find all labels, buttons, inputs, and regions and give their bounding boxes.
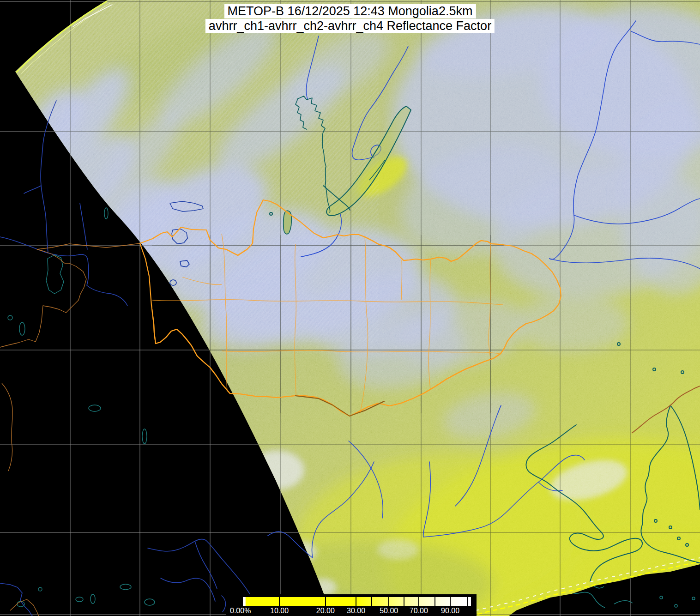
colorbar-labels: 0.00%10.0020.0030.0050.0070.0090.00 xyxy=(243,606,471,616)
colorbar-tick xyxy=(388,597,389,606)
colorbar-tick-label: 70.00 xyxy=(410,606,428,615)
colorbar-tick-label: 20.00 xyxy=(316,606,335,615)
sensor-noise xyxy=(0,0,700,616)
colorbar-tick-label: 10.00 xyxy=(270,606,289,615)
colorbar-gradient-bar xyxy=(243,597,471,606)
colorbar-tick-label: 0.00% xyxy=(230,606,251,615)
satellite-map-canvas xyxy=(0,0,700,616)
title-line-2: avhrr_ch1-avhrr_ch2-avhrr_ch4 Reflectanc… xyxy=(205,19,495,33)
colorbar-tick-label: 50.00 xyxy=(380,606,398,615)
colorbar-tick xyxy=(279,597,280,606)
lakes-dark-area xyxy=(8,208,155,607)
colorbar-end-cap xyxy=(468,597,471,606)
colorbar-tick xyxy=(404,597,404,606)
colorbar-tick-label: 30.00 xyxy=(347,606,365,615)
colorbar-tick xyxy=(450,597,451,606)
image-title: METOP-B 16/12/2025 12:43 Mongolia2.5km a… xyxy=(205,4,495,33)
satellite-image-viewer: METOP-B 16/12/2025 12:43 Mongolia2.5km a… xyxy=(0,0,700,616)
colorbar: 0.00%10.0020.0030.0050.0070.0090.00 xyxy=(226,594,477,616)
swath-image xyxy=(0,0,700,616)
colorbar-tick xyxy=(418,597,419,606)
colorbar-tick xyxy=(467,597,468,606)
colorbar-tick-label: 90.00 xyxy=(441,606,459,615)
colorbar-tick xyxy=(325,597,326,606)
colorbar-tick xyxy=(434,597,435,606)
colorbar-tick xyxy=(356,597,356,606)
colorbar-tick xyxy=(371,597,372,606)
title-line-1: METOP-B 16/12/2025 12:43 Mongolia2.5km xyxy=(224,4,476,18)
